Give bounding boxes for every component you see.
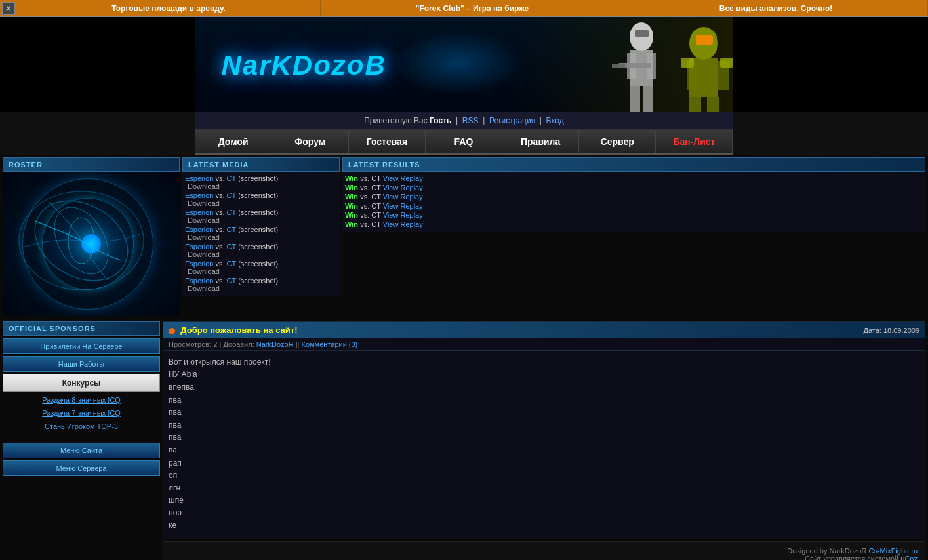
view-replay-link[interactable]: View Replay [383,202,423,210]
media-download-link[interactable]: Download [188,285,337,292]
result-item: Win vs. CT View Replay [345,174,923,182]
roster-header: ROSTER [3,157,180,172]
nav-rules[interactable]: Правила [502,130,579,153]
username: Гость [430,116,451,125]
news-comments-link[interactable]: Комментарии (0) [302,340,358,348]
media-opponent-link[interactable]: CT [227,174,236,182]
ad-item-1[interactable]: Торговые площади в аренду. [17,1,321,16]
media-opponent-link[interactable]: CT [227,277,236,285]
ad-item-3[interactable]: Все виды анализов. Срочно! [624,1,928,16]
nav-faq[interactable]: FAQ [426,130,502,153]
result-win: Win [345,211,358,219]
two-column-section: OFFICIAL SPONSORS Привилегии На Сервере … [0,319,928,560]
site-logo[interactable]: NarKDozoB [222,50,386,81]
media-download-link[interactable]: Download [188,199,337,207]
view-replay-link[interactable]: View Replay [383,211,423,219]
results-list: Win vs. CT View Replay Win vs. CT View R… [342,172,925,232]
media-team-link[interactable]: Esperion [185,260,213,268]
svg-rect-8 [635,30,649,37]
footer-cms-link[interactable]: uCoz [900,555,918,560]
svg-rect-6 [630,86,640,112]
nav-forum[interactable]: Форум [272,130,349,153]
close-ad-button[interactable]: X [2,2,15,15]
media-team-link[interactable]: Esperion [185,209,213,216]
server-menu-button[interactable]: Меню Сервера [3,460,160,476]
media-opponent-link[interactable]: CT [227,191,236,199]
nav-server[interactable]: Сервер [579,130,656,153]
result-item: Win vs. CT View Replay [345,184,923,191]
nav-guestbook[interactable]: Гостевая [349,130,426,153]
view-replay-link[interactable]: View Replay [383,220,423,228]
media-column: LATEST MEDIA Esperion vs. CT (screenshot… [182,157,340,316]
media-opponent-link[interactable]: CT [227,243,236,250]
media-opponent-link[interactable]: CT [227,260,236,268]
news-title[interactable]: Добро пожаловать на сайт! [180,325,297,335]
media-team-link[interactable]: Esperion [185,243,213,250]
media-item: Esperion vs. CT (screenshot) Download [185,209,337,224]
view-replay-link[interactable]: View Replay [383,193,423,201]
footer-site-link[interactable]: Cs-MixFightt.ru [868,547,918,555]
svg-rect-5 [612,64,625,68]
result-vs: vs. CT [360,211,381,219]
result-vs: vs. CT [360,220,381,228]
media-header: LATEST MEDIA [182,157,340,172]
news-header: Добро пожаловать на сайт! Дата: 18.09.20… [163,322,925,338]
media-item: Esperion vs. CT (screenshot) Download [185,191,337,207]
left-sidebar: OFFICIAL SPONSORS Привилегии На Сервере … [3,321,160,560]
results-header: LATEST RESULTS [342,157,925,172]
news-body: Вот и открылся наш проект! НУ Аbia впепв… [163,351,925,538]
ad-item-2[interactable]: "Forex Club" – Игра на бирже [321,1,624,16]
svg-rect-16 [681,58,694,68]
result-item: Win vs. CT View Replay [345,193,923,201]
nav-home[interactable]: Домой [195,130,272,153]
media-download-link[interactable]: Download [188,268,337,275]
footer-designed-by: Designed by NarkDozoR [787,547,866,555]
media-opponent-link[interactable]: CT [227,209,236,216]
rss-link[interactable]: RSS [462,116,479,125]
view-replay-link[interactable]: View Replay [383,184,423,191]
svg-rect-17 [720,58,733,68]
icq8-link[interactable]: Раздача 8-значных ICQ [3,394,160,406]
result-vs: vs. CT [360,193,381,201]
nav: Домой Форум Гостевая FAQ Правила Сервер … [195,130,733,155]
site-menu-button[interactable]: Меню Сайта [3,443,160,458]
sponsors-header: OFFICIAL SPONSORS [3,321,160,336]
news-author-link[interactable]: NarkDozoR [256,340,294,348]
media-item: Esperion vs. CT (screenshot) Download [185,226,337,241]
register-link[interactable]: Регистрация [489,116,535,125]
media-item: Esperion vs. CT (screenshot) Download [185,174,337,190]
media-team-link[interactable]: Esperion [185,226,213,233]
footer: Designed by NarkDozoR Cs-MixFightt.ru Са… [163,541,925,560]
icq7-link[interactable]: Раздача 7-значных ICQ [3,407,160,419]
media-download-link[interactable]: Download [188,216,337,224]
media-download-link[interactable]: Download [188,182,337,190]
results-column: LATEST RESULTS Win vs. CT View Replay Wi… [342,157,925,316]
news-icon [169,328,175,334]
svg-rect-14 [707,97,719,112]
result-win: Win [345,184,358,191]
welcome-text: Приветствую Вас [364,116,430,125]
privileges-button[interactable]: Привилегии На Сервере [3,338,160,354]
media-team-link[interactable]: Esperion [185,174,213,182]
our-works-button[interactable]: Наши Работы [3,356,160,372]
result-item: Win vs. CT View Replay [345,220,923,228]
login-link[interactable]: Вход [546,116,564,125]
content-area: ROSTER LATEST MEDIA [0,155,928,319]
media-download-link[interactable]: Download [188,250,337,258]
media-item: Esperion vs. CT (screenshot) Download [185,277,337,292]
media-team-link[interactable]: Esperion [185,277,213,285]
center-content: Добро пожаловать на сайт! Дата: 18.09.20… [163,321,925,560]
media-item: Esperion vs. CT (screenshot) Download [185,260,337,275]
ad-bar: X Торговые площади в аренду. "Forex Club… [0,0,928,17]
svg-rect-7 [643,86,653,112]
roster-column: ROSTER [3,157,180,316]
media-opponent-link[interactable]: CT [227,226,236,233]
media-download-link[interactable]: Download [188,233,337,241]
media-team-link[interactable]: Esperion [185,191,213,199]
view-replay-link[interactable]: View Replay [383,174,423,182]
result-win: Win [345,193,358,201]
nav-banlist[interactable]: Бан-Лист [656,130,733,153]
contests-button[interactable]: Конкурсы [3,374,160,392]
top3-link[interactable]: Стань Игроком TOP-3 [3,420,160,432]
media-item: Esperion vs. CT (screenshot) Download [185,243,337,258]
